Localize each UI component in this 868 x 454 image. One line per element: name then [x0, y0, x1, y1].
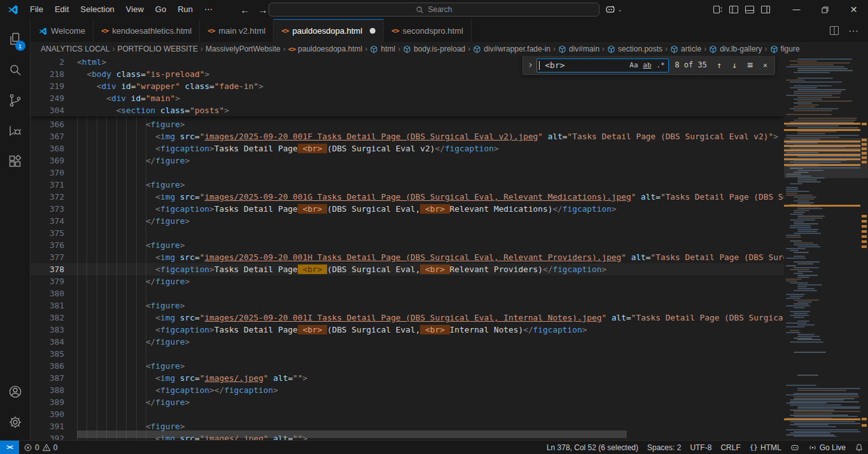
restore-button[interactable] [811, 0, 839, 19]
copilot-status-button[interactable] [786, 441, 804, 454]
find-previous-button[interactable]: ↑ [713, 58, 726, 72]
code-line-370[interactable]: 370 [31, 167, 784, 179]
tab-secondspro.html[interactable]: <>secondspro.html [384, 19, 472, 42]
customize-layout-icon[interactable] [713, 4, 723, 15]
code-line-368[interactable]: 368 <figcaption>Tasks Detail Page <br> (… [31, 142, 784, 155]
code-line-367[interactable]: 367 <img src="images/2025-09-20 001F Tas… [31, 130, 784, 142]
code-line-369[interactable]: 369 </figure> [31, 155, 784, 167]
code-line-385[interactable]: 385 [31, 348, 784, 360]
settings-button[interactable] [0, 407, 31, 437]
tab-pauldoesdopa.html[interactable]: <>pauldoesdopa.html [274, 19, 384, 42]
nav-back-button[interactable]: ← [236, 0, 254, 19]
code-line-390[interactable]: 390 [31, 408, 784, 420]
breadcrumb-item-div#wrapper.fade-in[interactable]: div#wrapper.fade-in [473, 45, 550, 53]
breadcrumb-item-div#main[interactable]: div#main [558, 45, 599, 53]
breadcrumb-item-massivelyportwebsite[interactable]: MassivelyPortWebsite [206, 45, 281, 53]
go-live-button[interactable]: Go Live [804, 441, 850, 454]
match-case-button[interactable]: Aa [627, 59, 640, 71]
toggle-primary-sidebar-icon[interactable] [729, 4, 739, 15]
menu-item-edit[interactable]: Edit [49, 0, 74, 19]
code-line-375[interactable]: 375 [31, 227, 784, 239]
code-line-374[interactable]: 374 </figure> [31, 215, 784, 227]
code-line-383[interactable]: 383 <figcaption>Tasks Detail Page <br> (… [31, 324, 784, 336]
breadcrumb-item-html[interactable]: html [370, 45, 395, 53]
find-input[interactable]: <br> Aaab.* [536, 58, 669, 72]
code-line-373[interactable]: 373 <figcaption>Tasks Detail Page <br> (… [31, 203, 784, 215]
editor[interactable]: 2<html>218 <body class="is-preload">219 … [31, 56, 784, 440]
language-button[interactable]: {}HTML [745, 441, 786, 454]
account-button[interactable] [0, 376, 31, 407]
tabs-more-button[interactable]: ⋯ [848, 25, 859, 37]
code-line-249[interactable]: 249 <div id="main"> [31, 92, 784, 104]
overview-ruler[interactable] [860, 56, 868, 440]
spaces-button[interactable]: Spaces: 2 [643, 441, 685, 454]
code-line-381[interactable]: 381 <figure> [31, 299, 784, 312]
minimize-button[interactable]: — [782, 0, 811, 19]
find-toggle-replace-button[interactable]: › [526, 59, 535, 71]
find-next-button[interactable]: ↓ [728, 58, 741, 72]
menu-item-file[interactable]: File [24, 0, 49, 19]
breadcrumb-item-portfolio-website[interactable]: PORTFOLIO WEBSITE [117, 45, 197, 53]
code-line-378[interactable]: 378 <figcaption>Tasks Detail Page <br> (… [31, 263, 784, 275]
tab-kendoesathletics.html[interactable]: <>kendoesathletics.html [94, 19, 200, 42]
encoding-button[interactable]: UTF-8 [685, 441, 716, 454]
code-line-372[interactable]: 372 <img src="images/2025-09-20 001G Tas… [31, 191, 784, 203]
remote-button[interactable]: >< [0, 441, 19, 454]
code-line-389[interactable]: 389 </figure> [31, 396, 784, 408]
code-line-386[interactable]: 386 <figure> [31, 360, 784, 372]
status-bar: ><00 Ln 378, Col 52 (6 selected)Spaces: … [0, 440, 868, 454]
whole-word-button[interactable]: ab [641, 59, 653, 71]
code-content[interactable]: 366 <figure>367 <img src="images/2025-09… [31, 116, 784, 440]
search-button[interactable] [0, 55, 31, 85]
toggle-secondary-sidebar-icon[interactable] [760, 4, 771, 15]
regex-button[interactable]: .* [654, 59, 666, 71]
code-line-376[interactable]: 376 <figure> [31, 239, 784, 251]
extensions-button[interactable] [0, 146, 31, 177]
line-content: <figure> [77, 360, 185, 372]
minimap[interactable] [784, 56, 860, 440]
dirty-indicator[interactable] [370, 28, 375, 34]
find-in-selection-button[interactable]: ≡ [743, 58, 757, 72]
notifications-bell-button[interactable] [850, 441, 868, 454]
command-center-search[interactable]: Search [269, 3, 599, 17]
breadcrumb-item-analytics-local[interactable]: ANALYTICS LOCAL [41, 45, 109, 53]
find-close-button[interactable]: ✕ [759, 58, 772, 72]
code-line-366[interactable]: 366 <figure> [31, 118, 784, 130]
menu-item-selection[interactable]: Selection [74, 0, 120, 19]
source-control-button[interactable] [0, 85, 31, 116]
menu-item-[interactable]: ⋯ [199, 0, 218, 19]
code-line-377[interactable]: 377 <img src="images/2025-09-20 001H Tas… [31, 251, 784, 263]
breadcrumb-item-figure[interactable]: figure [770, 45, 800, 53]
code-line-380[interactable]: 380 [31, 287, 784, 299]
split-editor-icon[interactable] [829, 25, 839, 36]
menu-item-run[interactable]: Run [172, 0, 199, 19]
code-line-382[interactable]: 382 <img src="images/2025-09-20 001I Tas… [31, 312, 784, 324]
code-line-371[interactable]: 371 <figure> [31, 179, 784, 191]
menu-item-view[interactable]: View [120, 0, 150, 19]
breadcrumb-item-div.lb-gallery[interactable]: div.lb-gallery [709, 45, 762, 53]
toggle-panel-icon[interactable] [745, 4, 755, 15]
minimap-slider[interactable] [784, 138, 860, 178]
errors-warnings-button[interactable]: 00 [19, 441, 62, 454]
minimap-code-line [794, 221, 804, 223]
tab-main-v2.html[interactable]: <>main v2.html [200, 19, 274, 42]
explorer-button[interactable]: 1 [0, 24, 31, 55]
breadcrumb-item-body.is-preload[interactable]: body.is-preload [403, 45, 465, 53]
code-line-304[interactable]: 304 <section class="posts"> [31, 104, 784, 116]
breadcrumb-item-article[interactable]: article [670, 45, 701, 53]
breadcrumb-item-section.posts[interactable]: section.posts [607, 45, 662, 53]
line-col-button[interactable]: Ln 378, Col 52 (6 selected) [542, 441, 643, 454]
menu-item-go[interactable]: Go [150, 0, 172, 19]
copilot-button[interactable]: ⌄ [601, 0, 626, 19]
horizontal-scrollbar[interactable] [77, 430, 627, 438]
eol-button[interactable]: CRLF [716, 441, 745, 454]
code-line-384[interactable]: 384 </figure> [31, 336, 784, 348]
tab-welcome[interactable]: Welcome [31, 19, 94, 42]
code-line-388[interactable]: 388 <figcaption></figcaption> [31, 384, 784, 396]
code-line-219[interactable]: 219 <div id="wrapper" class="fade-in"> [31, 80, 784, 92]
run-debug-button[interactable] [0, 116, 31, 146]
code-line-387[interactable]: 387 <img src="images/.jpeg" alt=""> [31, 372, 784, 384]
breadcrumb-item-pauldoesdopa.html[interactable]: <>pauldoesdopa.html [288, 45, 363, 53]
close-button[interactable]: ✕ [839, 0, 868, 19]
code-line-379[interactable]: 379 </figure> [31, 275, 784, 287]
